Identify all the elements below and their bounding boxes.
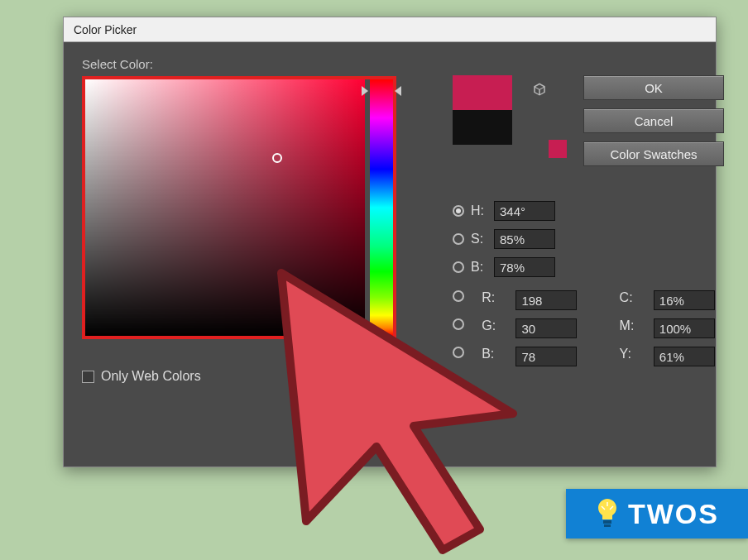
current-color-swatch[interactable]: [453, 110, 512, 145]
radio-h[interactable]: [453, 205, 464, 217]
label-y: Y:: [620, 347, 636, 366]
hue-slider[interactable]: [370, 79, 393, 336]
cancel-button[interactable]: Cancel: [583, 108, 724, 133]
cube-icon: [529, 75, 547, 100]
lightbulb-icon: [595, 497, 620, 530]
label-s: S:: [471, 232, 487, 246]
ok-button[interactable]: OK: [583, 75, 724, 100]
only-web-colors-checkbox[interactable]: [82, 371, 94, 383]
hue-marker-right-icon: [395, 86, 401, 96]
titlebar[interactable]: Color Picker: [64, 17, 716, 42]
input-r[interactable]: [515, 290, 577, 310]
label-r: R:: [482, 290, 498, 310]
window-title: Color Picker: [74, 23, 137, 36]
color-swatches-button[interactable]: Color Swatches: [583, 141, 724, 166]
color-field-frame: [82, 76, 396, 339]
input-g[interactable]: [515, 318, 577, 338]
color-preview: [453, 75, 512, 145]
radio-r[interactable]: [453, 290, 464, 302]
radio-s[interactable]: [453, 233, 464, 245]
input-b[interactable]: [494, 257, 555, 277]
radio-rgb-b[interactable]: [453, 347, 464, 358]
svg-rect-0: [603, 520, 611, 524]
mini-swatch[interactable]: [549, 140, 567, 158]
brand-watermark: TWOS: [566, 489, 748, 538]
input-h[interactable]: [494, 201, 555, 221]
hue-marker-left-icon: [362, 86, 368, 96]
input-y[interactable]: [654, 347, 715, 366]
label-rgb-b: B:: [482, 347, 498, 366]
only-web-colors-row[interactable]: Only Web Colors: [82, 369, 429, 384]
color-field-marker[interactable]: [272, 153, 282, 163]
new-color-swatch[interactable]: [453, 75, 512, 110]
input-c[interactable]: [654, 290, 715, 310]
label-b: B:: [471, 260, 487, 275]
select-color-label: Select Color:: [82, 57, 429, 71]
saturation-brightness-field[interactable]: [85, 79, 365, 336]
color-picker-dialog: Color Picker Select Color: Only Web Colo…: [63, 17, 717, 467]
input-s[interactable]: [494, 229, 555, 249]
label-m: M:: [620, 318, 636, 338]
brand-text: TWOS: [628, 498, 719, 530]
input-rgb-b[interactable]: [515, 347, 577, 366]
radio-g[interactable]: [453, 318, 464, 330]
only-web-colors-label: Only Web Colors: [101, 369, 201, 384]
label-g: G:: [482, 318, 498, 338]
label-h: H:: [471, 203, 487, 218]
input-m[interactable]: [654, 318, 715, 338]
svg-rect-1: [604, 524, 611, 527]
radio-b[interactable]: [453, 261, 464, 273]
label-c: C:: [620, 290, 636, 310]
